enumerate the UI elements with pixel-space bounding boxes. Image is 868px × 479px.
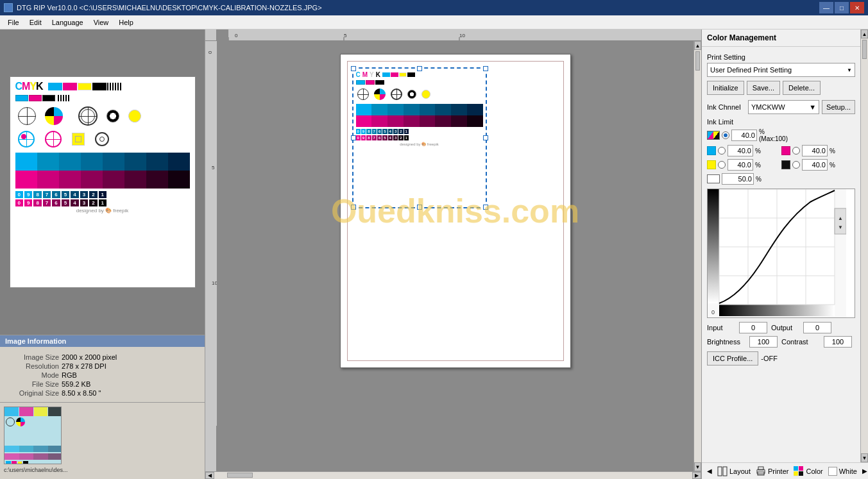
right-panel: Color Management Print Setting User Defi… <box>701 29 868 479</box>
thumbnail-area: c:\users\michaelnu\des... <box>0 402 205 479</box>
cyan-value-input[interactable] <box>728 145 753 156</box>
brightness-input[interactable] <box>749 336 778 348</box>
preview-area: CMYK <box>0 29 205 335</box>
handle-top-right[interactable] <box>483 66 488 71</box>
panel-scroll-down[interactable]: ▼ <box>861 453 868 462</box>
black-radio[interactable] <box>792 161 800 169</box>
handle-middle-left[interactable] <box>351 135 356 140</box>
page-canvas: CMYK <box>340 54 571 368</box>
contrast-input[interactable] <box>824 336 852 348</box>
horiz-scroll-thumb[interactable] <box>227 473 253 478</box>
svg-text:5: 5 <box>212 165 215 171</box>
radio-dot <box>724 133 728 137</box>
yellow-value-input[interactable] <box>728 159 753 171</box>
magenta-radio[interactable] <box>792 147 800 155</box>
svg-rect-7 <box>205 41 217 426</box>
scroll-up-button[interactable]: ▲ <box>694 41 701 50</box>
cmyk-ink-row: % (Max:100) <box>707 128 855 142</box>
print-setting-row: User Defined Print Setting ▼ <box>707 63 855 77</box>
handle-top-middle[interactable] <box>417 66 422 71</box>
svg-text:▲: ▲ <box>838 215 843 221</box>
magenta-value-input[interactable] <box>802 145 828 156</box>
image-selection-box[interactable]: CMYK <box>352 67 487 208</box>
handle-middle-right[interactable] <box>483 135 488 140</box>
delete-button[interactable]: Delete... <box>783 81 821 95</box>
menu-help[interactable]: Help <box>114 17 139 28</box>
tab-white[interactable]: White <box>828 467 857 476</box>
scroll-right-button[interactable]: ▶ <box>692 472 701 479</box>
panel-scroll-up[interactable]: ▲ <box>861 29 868 38</box>
ink-channel-dropdown[interactable]: YMCKWW ▼ <box>748 100 819 114</box>
horizontal-scrollbar[interactable]: ◀ ▶ <box>205 471 701 479</box>
thumbnail-image[interactable] <box>4 407 62 464</box>
white-unit: % <box>756 176 775 183</box>
title-bar: DTG RIP Ver10.0.0 <C:\USERS\MICHAELNU\DE… <box>0 0 868 15</box>
cmyk-unit: % (Max:100) <box>759 128 778 142</box>
right-panel-scrollbar[interactable]: ▲ ▼ <box>860 29 868 462</box>
label-originalsize: Original Size <box>8 389 59 397</box>
panel-scroll-track[interactable] <box>861 38 868 453</box>
info-row-imagesize: Image Size 2000 x 2000 pixel <box>8 353 197 361</box>
thumbnail-path: c:\users\michaelnu\des... <box>4 467 68 473</box>
white-value-input[interactable] <box>722 173 754 185</box>
icc-row: ICC Profile... -OFF <box>707 351 855 366</box>
cmyk-value-input[interactable] <box>731 130 757 141</box>
yellow-radio[interactable] <box>718 161 726 169</box>
menu-language[interactable]: Language <box>47 17 89 28</box>
tab-scroll-right[interactable]: ▶ <box>862 467 867 475</box>
svg-rect-30 <box>723 467 727 476</box>
center-canvas: 0 5 10 0 5 10 <box>205 29 701 479</box>
output-value[interactable] <box>803 322 831 333</box>
menu-edit[interactable]: Edit <box>24 17 47 28</box>
window-title: DTG RIP Ver10.0.0 <C:\USERS\MICHAELNU\DE… <box>17 4 322 12</box>
ruler-left: 0 5 10 <box>205 41 217 471</box>
ink-channel-label: Ink Chnnel <box>707 103 745 111</box>
input-value[interactable] <box>739 322 767 333</box>
curve-section: ▲ ▼ 0 <box>707 189 855 318</box>
minimize-button[interactable]: — <box>819 2 833 13</box>
tab-color[interactable]: Color <box>794 466 822 476</box>
maximize-button[interactable]: □ <box>835 2 849 13</box>
canvas-work-area[interactable]: CMYK <box>217 41 694 471</box>
bottom-tabs: ◀ Layout Printer <box>702 462 868 479</box>
setup-button[interactable]: Setup... <box>822 100 855 114</box>
menu-file[interactable]: File <box>3 17 24 28</box>
cmyk-radio[interactable] <box>722 131 729 139</box>
ink-limit-label: Ink Limit <box>707 118 855 126</box>
info-row-mode: Mode RGB <box>8 371 197 379</box>
cyan-radio[interactable] <box>718 147 726 155</box>
menu-view[interactable]: View <box>89 17 114 28</box>
value-originalsize: 8.50 x 8.50 " <box>62 389 101 397</box>
close-button[interactable]: ✕ <box>850 2 864 13</box>
horiz-scroll-track[interactable] <box>214 472 692 479</box>
icc-profile-button[interactable]: ICC Profile... <box>707 351 758 366</box>
tab-layout[interactable]: Layout <box>717 466 751 476</box>
vertical-scrollbar[interactable]: ▲ ▼ <box>694 41 701 471</box>
title-bar-controls: — □ ✕ <box>819 2 864 13</box>
tab-white-label: White <box>839 467 857 475</box>
action-buttons-row: Initialize Save... Delete... <box>707 81 855 95</box>
black-unit: % <box>830 162 849 169</box>
info-row-originalsize: Original Size 8.50 x 8.50 " <box>8 389 197 397</box>
tab-scroll-left[interactable]: ◀ <box>707 467 712 475</box>
curve-canvas: ▲ ▼ 0 <box>708 189 846 317</box>
panel-scroll-thumb[interactable] <box>862 40 867 59</box>
svg-text:0: 0 <box>235 33 238 38</box>
handle-bottom-left[interactable] <box>351 205 356 210</box>
scroll-down-button[interactable]: ▼ <box>694 462 701 471</box>
brightness-label: Brightness <box>707 338 745 346</box>
save-button[interactable]: Save... <box>747 81 780 95</box>
scroll-track[interactable] <box>694 50 701 462</box>
initialize-button[interactable]: Initialize <box>707 81 744 95</box>
magenta-swatch <box>781 146 790 155</box>
handle-bottom-middle[interactable] <box>417 205 422 210</box>
handle-bottom-right[interactable] <box>483 205 488 210</box>
scroll-thumb[interactable] <box>695 51 700 71</box>
handle-top-left[interactable] <box>351 66 356 71</box>
tab-printer[interactable]: Printer <box>756 466 788 476</box>
black-value-input[interactable] <box>802 159 828 171</box>
white-tab-icon <box>828 467 837 476</box>
channel-dropdown-arrow: ▼ <box>809 103 816 111</box>
scroll-left-button[interactable]: ◀ <box>205 472 214 479</box>
print-setting-dropdown[interactable]: User Defined Print Setting ▼ <box>707 63 855 77</box>
